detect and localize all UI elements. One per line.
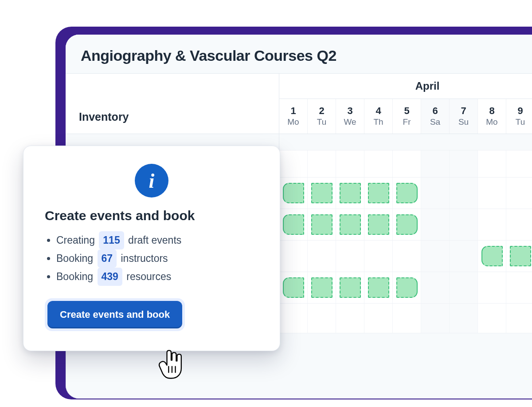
grid-cell[interactable] [364, 241, 393, 272]
grid-cell[interactable] [364, 178, 393, 209]
grid-cell[interactable] [308, 209, 336, 240]
grid-cell[interactable] [506, 209, 532, 240]
event-chip[interactable] [340, 183, 361, 203]
grid-cell[interactable] [279, 241, 308, 272]
day-number: 7 [461, 106, 466, 116]
popover-line-resources: Booking 439 resources [56, 268, 258, 286]
grid-cell[interactable] [506, 272, 532, 303]
event-chip[interactable] [396, 214, 418, 235]
grid-cell[interactable] [336, 209, 364, 240]
grid-cell[interactable] [308, 272, 336, 303]
event-chip[interactable] [311, 214, 332, 235]
day-name: Tu [317, 118, 326, 127]
grid-cell[interactable] [478, 241, 506, 272]
event-chip[interactable] [283, 214, 304, 235]
event-chip[interactable] [368, 277, 389, 298]
event-chip[interactable] [283, 277, 304, 298]
grid-cell[interactable] [336, 150, 364, 177]
grid-cell[interactable] [478, 304, 506, 333]
grid-cell[interactable] [506, 241, 532, 272]
grid-cell[interactable] [364, 209, 393, 240]
grid-cell[interactable] [421, 209, 450, 240]
day-number: 5 [404, 106, 409, 116]
grid-cell[interactable] [478, 209, 506, 240]
grid-cell[interactable] [450, 209, 478, 240]
grid-cell[interactable] [506, 304, 532, 333]
event-chip[interactable] [311, 277, 332, 298]
grid-cell[interactable] [279, 150, 308, 177]
calendar-header: April 1Mo2Tu3We4Th5Fr6Sa7Su8Mo9Tu [279, 74, 532, 134]
event-chip[interactable] [340, 214, 361, 235]
day-name: Sa [430, 118, 440, 127]
grid-cell[interactable] [393, 209, 421, 240]
grid-cell[interactable] [364, 272, 393, 303]
grid-cell[interactable] [364, 150, 393, 177]
day-name: Mo [486, 118, 497, 127]
grid-cell[interactable] [393, 304, 421, 333]
grid-cell[interactable] [308, 178, 336, 209]
event-chip[interactable] [510, 246, 531, 266]
grid-cell [506, 134, 532, 150]
grid-cell[interactable] [336, 241, 364, 272]
grid-cell[interactable] [393, 241, 421, 272]
grid-cell[interactable] [450, 150, 478, 177]
grid-cell[interactable] [393, 272, 421, 303]
event-row-right [279, 272, 532, 303]
panel-header: Angiography & Vascular Courses Q2 [66, 35, 532, 74]
grid-cell[interactable] [450, 304, 478, 333]
event-chip[interactable] [283, 183, 304, 203]
day-number: 9 [517, 106, 523, 116]
grid-cell[interactable] [279, 209, 308, 240]
grid-cell[interactable] [506, 178, 532, 209]
grid-header: Inventory April 1Mo2Tu3We4Th5Fr6Sa7Su8Mo… [66, 74, 532, 134]
grid-cell[interactable] [478, 150, 506, 177]
grid-cell[interactable] [308, 241, 336, 272]
grid-cell[interactable] [393, 178, 421, 209]
grid-cell[interactable] [450, 178, 478, 209]
grid-cell[interactable] [506, 150, 532, 177]
grid-cell[interactable] [336, 304, 364, 333]
grid-cell [279, 134, 308, 150]
info-icon: i [135, 164, 168, 198]
day-header-cell: 4Th [364, 99, 393, 134]
grid-cell[interactable] [279, 304, 308, 333]
event-chip[interactable] [396, 277, 418, 298]
days-row: 1Mo2Tu3We4Th5Fr6Sa7Su8Mo9Tu [279, 99, 532, 134]
grid-cell[interactable] [336, 272, 364, 303]
day-number: 1 [290, 106, 296, 116]
grid-cell[interactable] [279, 178, 308, 209]
day-number: 6 [432, 106, 438, 116]
event-chip[interactable] [481, 246, 503, 266]
grid-cell[interactable] [421, 272, 450, 303]
grid-cell[interactable] [393, 150, 421, 177]
event-chip[interactable] [396, 183, 418, 203]
resources-count: 439 [98, 268, 122, 286]
grid-cell[interactable] [478, 178, 506, 209]
grid-cell[interactable] [421, 304, 450, 333]
grid-cell[interactable] [364, 304, 393, 333]
grid-cell[interactable] [279, 272, 308, 303]
event-chip[interactable] [311, 183, 332, 203]
grid-cell[interactable] [308, 150, 336, 177]
grid-cell[interactable] [421, 241, 450, 272]
grid-cell[interactable] [336, 178, 364, 209]
grid-cell[interactable] [421, 150, 450, 177]
event-chip[interactable] [368, 214, 389, 235]
event-row-right [279, 241, 532, 272]
grid-cell[interactable] [450, 241, 478, 272]
day-header-cell: 9Tu [506, 99, 532, 134]
event-chip[interactable] [340, 277, 361, 298]
inventory-group-right [279, 150, 532, 177]
grid-cell[interactable] [421, 178, 450, 209]
resource-row-right [279, 304, 532, 333]
grid-cell[interactable] [478, 272, 506, 303]
event-row-right [279, 178, 532, 209]
create-events-and-book-button[interactable]: Create events and book [47, 301, 182, 328]
day-name: Mo [287, 118, 299, 127]
day-name: We [344, 118, 356, 127]
day-name: Su [458, 118, 469, 127]
popover-list: Creating 115 draft events Booking 67 ins… [45, 231, 258, 286]
grid-cell[interactable] [450, 272, 478, 303]
event-chip[interactable] [368, 183, 389, 203]
grid-cell[interactable] [308, 304, 336, 333]
